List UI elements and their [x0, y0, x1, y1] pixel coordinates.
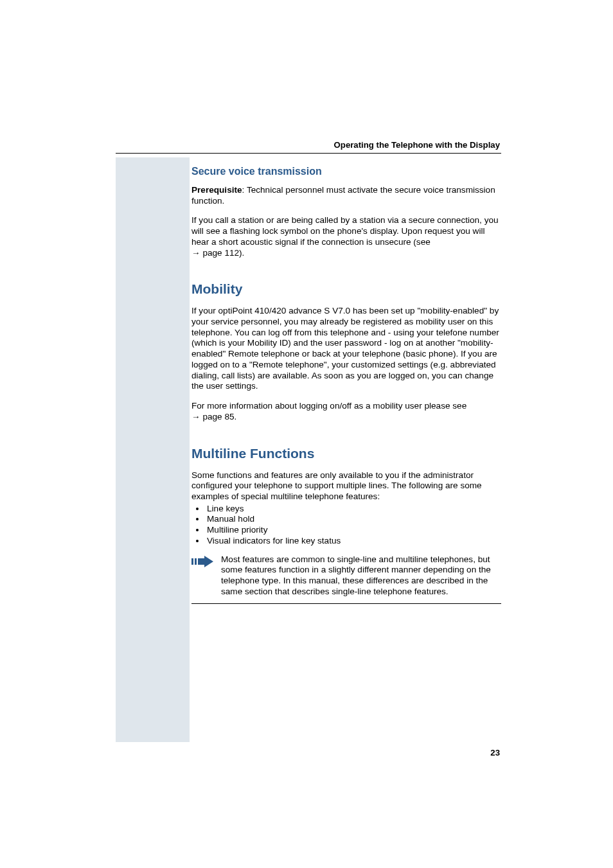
- secure-page-ref: page 112).: [202, 248, 244, 258]
- prerequisite-label: Prerequisite: [191, 185, 242, 195]
- note-block: Most features are common to single-line …: [191, 554, 501, 598]
- heading-multiline: Multiline Functions: [191, 446, 501, 461]
- arrow-icon: →: [191, 248, 202, 258]
- list-item: Visual indicators for line key status: [206, 536, 501, 547]
- header-rule: [116, 153, 501, 154]
- secure-prerequisite: Prerequisite: Technical personnel must a…: [191, 185, 501, 206]
- heading-mobility: Mobility: [191, 281, 501, 297]
- running-header: Operating the Telephone with the Display: [334, 140, 500, 150]
- heading-secure-voice: Secure voice transmission: [191, 166, 501, 177]
- svg-rect-0: [191, 558, 193, 565]
- svg-rect-1: [195, 558, 197, 565]
- svg-marker-3: [204, 556, 213, 567]
- note-arrow-icon: [191, 556, 215, 570]
- svg-rect-2: [198, 558, 204, 565]
- multiline-intro: Some functions and features are only ava…: [191, 470, 501, 502]
- secure-body: If you call a station or are being calle…: [191, 215, 501, 258]
- mobility-body-1: If your optiPoint 410/420 advance S V7.0…: [191, 306, 501, 392]
- sidebar-shade: [116, 157, 190, 742]
- multiline-bullet-list: Line keys Manual hold Multiline priority…: [191, 504, 501, 547]
- list-item: Manual hold: [206, 514, 501, 525]
- mobility-page-ref: page 85.: [202, 412, 236, 421]
- note-text: Most features are common to single-line …: [221, 554, 501, 598]
- list-item: Multiline priority: [206, 525, 501, 536]
- arrow-icon: →: [191, 412, 202, 421]
- note-divider-rule: [191, 603, 501, 604]
- content-column: Secure voice transmission Prerequisite: …: [191, 166, 501, 604]
- mobility-body-2-text: For more information about logging on/of…: [191, 401, 466, 411]
- list-item: Line keys: [206, 504, 501, 515]
- secure-body-text: If you call a station or are being calle…: [191, 215, 499, 246]
- page: Operating the Telephone with the Display…: [0, 0, 613, 868]
- page-number: 23: [490, 748, 500, 757]
- mobility-body-2: For more information about logging on/of…: [191, 401, 501, 422]
